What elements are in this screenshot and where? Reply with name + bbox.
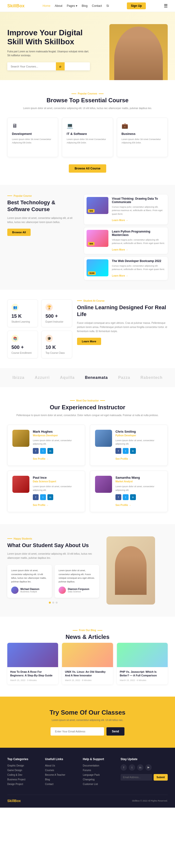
paul-twitter[interactable]: t [40,494,46,500]
course-3-learn-more[interactable]: Learn More [112,274,128,277]
course-1-title: Visual Thinking: Drawing Data To Communi… [112,197,165,204]
footer-email-input[interactable] [120,774,152,781]
paul-avatar [12,476,29,493]
news-3-image [117,643,168,667]
footer-link-business[interactable]: Business Project [7,778,40,781]
browse-title: Browse Top Essential Course [7,97,168,104]
footer-link-coding[interactable]: Coding & Dev [7,774,40,776]
paul-linkedin[interactable]: in [47,494,53,500]
footer-twitter-link[interactable]: t [129,764,135,771]
footer-link-courses[interactable]: Courses [45,769,78,772]
footer-link-changelog[interactable]: Changelog [83,778,116,781]
course-1-price: $42 [88,209,95,213]
business-desc: Lorem ipsum dolor Sit Amet Consectetur A… [121,137,163,145]
mark-linkedin[interactable]: in [47,448,53,454]
nav-home[interactable]: Home [42,4,50,7]
stats-grid: 👥 15 K Student Learning 🏆 500 + Expert I… [7,300,72,359]
stats-section: 👥 15 K Student Learning 🏆 500 + Expert I… [0,290,175,368]
footer-submit-button[interactable]: Submit [153,774,168,781]
hero-text: Improve Your Digital Skill With Skillbox… [7,28,90,80]
cta-email-input[interactable] [50,727,104,736]
search-button[interactable]: ⌕ [56,62,65,70]
news-card-3[interactable]: PHP Vs. Javascript: Which Is Better? — A… [117,643,168,684]
footer-link-blog[interactable]: Blog [45,778,78,781]
course-1-learn-more[interactable]: Learn More [112,219,128,222]
course-1-info: Visual Thinking: Drawing Data To Communi… [112,197,165,222]
nav-about[interactable]: About [55,4,62,7]
dot-3[interactable] [56,601,58,603]
chris-linkedin[interactable]: in [130,448,136,454]
chris-social: f t in [115,448,163,454]
best-tech-left: Popular Course Best Technology & Softwar… [7,194,77,280]
testimonials-description: Lorem ipsum dolor sit amet, consectetur … [7,552,99,560]
news-tag: From Our Blog [7,629,168,631]
course-2-learn-more[interactable]: Learn More [112,248,128,251]
footer-link-graphic[interactable]: Graphic Design [7,764,40,767]
dot-1[interactable] [49,601,51,603]
chris-facebook[interactable]: f [115,448,121,454]
best-tech-browse-button[interactable]: Browse All [7,229,31,236]
testimonials-image [106,536,155,604]
browse-courses-section: Popular Courses Browse Top Essential Cou… [0,80,175,185]
development-desc: Lorem ipsum dolor Sit Amet Consectetur A… [12,137,54,145]
nav-blog[interactable]: Blog [82,4,88,7]
classes-icon: 🎓 [45,335,53,342]
footer-link-game[interactable]: Game Design [7,769,40,772]
samantha-profile-link[interactable]: See Profile [115,504,131,506]
nav-si[interactable]: Si [106,4,109,7]
news-card-1[interactable]: How To Draw A Rose For Beginners: A Step… [7,643,58,684]
footer-link-teacher[interactable]: Become A Teacher [45,774,78,776]
news-1-meta: March 15, 2022 · 5 Minutes [10,679,55,682]
mark-desc: Lorem ipsum dolor sit amet, consectetur … [33,439,80,446]
signup-button[interactable]: Sign Up [127,2,146,9]
news-grid: How To Draw A Rose For Beginners: A Step… [7,643,168,684]
chris-twitter[interactable]: t [123,448,129,454]
dot-2[interactable] [52,601,54,603]
mark-twitter[interactable]: t [40,448,46,454]
cta-title: Try Some Of Our Classes [7,709,168,716]
samantha-avatar [95,476,112,493]
news-2-image [62,643,113,667]
samantha-facebook[interactable]: f [115,494,121,500]
chris-profile-link[interactable]: See Profile [115,458,131,460]
samantha-linkedin[interactable]: in [130,494,136,500]
samantha-twitter[interactable]: t [123,494,129,500]
news-section: From Our Blog News & Articles How To Dra… [0,617,175,696]
course-3-title: The Web Developer Bootcamp 2022 [112,259,165,263]
mark-profile-link[interactable]: See Profile [33,458,48,460]
footer-link-docs[interactable]: Documentation [83,764,116,767]
footer-link-contact[interactable]: Contact [45,783,78,785]
mark-facebook[interactable]: f [33,448,39,454]
featured-course-2: $55 Learn Python Programming Masterclass… [84,227,168,254]
footer-link-design[interactable]: Design Project [7,783,40,785]
search-input[interactable] [7,62,56,70]
menu-icon[interactable]: ☰ [164,3,168,8]
testimonial-2-info: Diannon Ferguson Data Science [68,588,89,593]
footer-link-customer[interactable]: Customer List [83,783,116,785]
instructors-label: Expert Instructor [45,320,68,323]
cta-send-button[interactable]: Send [106,727,124,736]
brand-ibizza: Ibizza [12,375,25,380]
nav-pages[interactable]: Pages ▾ [67,4,77,7]
footer-facebook-link[interactable]: f [120,764,127,771]
footer-col-newsletter: Stay Update f t in ▶ Submit [120,757,168,787]
footer-link-about[interactable]: About Us [45,764,78,767]
mark-role: Wordpress Developer [33,434,80,437]
stats-learn-more-button[interactable]: Learn More [77,338,101,345]
footer-link-forums[interactable]: Forums [83,769,116,772]
stats-title: Online Learning Designed For Real Life [77,304,168,318]
paul-profile-link[interactable]: See Profile [33,504,48,506]
instructor-card-paul: Paul Ince Data Science Expert Lorem ipsu… [7,471,85,512]
footer-link-language[interactable]: Language Pack [83,774,116,776]
instructor-card-samantha: Samantha Wang Market Analyst Lorem ipsum… [90,471,168,512]
browse-all-button[interactable]: Browse All Course [69,164,106,173]
hero-search: ⌕ [7,62,90,70]
course-card-business: 💼 Business Lorem ipsum dolor Sit Amet Co… [117,118,168,157]
nav-contact[interactable]: Contact [92,4,102,7]
footer-youtube-link[interactable]: ▶ [145,764,152,771]
paul-facebook[interactable]: f [33,494,39,500]
hero-image [109,24,168,80]
news-card-2[interactable]: UNIX Vs. Linux: An Old Standby And A New… [62,643,113,684]
footer-instagram-link[interactable]: in [137,764,143,771]
best-tech-description: Lorem ipsum dolor sit amet, consectetur … [7,216,77,224]
